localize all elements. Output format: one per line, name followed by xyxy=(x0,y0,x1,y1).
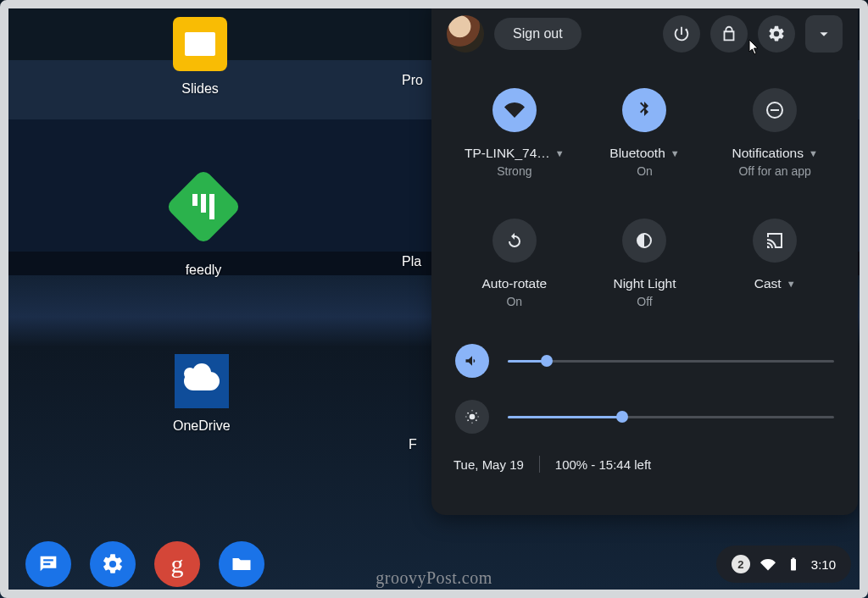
desktop-icon-label: Slides xyxy=(181,81,219,97)
folder-icon xyxy=(230,552,253,576)
notifications-sub: Off for an app xyxy=(738,164,810,178)
wifi-icon xyxy=(760,556,776,572)
tile-autorotate: Auto-rotate On xyxy=(453,219,576,308)
cast-title[interactable]: Cast▼ xyxy=(754,276,796,291)
sliders xyxy=(447,344,843,434)
sign-out-button[interactable]: Sign out xyxy=(494,18,581,50)
panel-footer: Tue, May 19 100% - 15:44 left xyxy=(447,456,843,473)
desktop-icon-onedrive[interactable]: OneDrive xyxy=(173,354,231,434)
desktop-icon-label: feedly xyxy=(186,263,222,278)
brightness-slider[interactable] xyxy=(508,416,834,418)
power-button[interactable] xyxy=(663,15,700,53)
tray-time: 3:10 xyxy=(811,557,836,572)
collapse-button[interactable] xyxy=(805,15,843,53)
tile-cast: Cast▼ xyxy=(714,219,836,308)
letter-g-icon: g xyxy=(171,550,184,579)
tile-wifi: TP-LINK_74…▼ Strong xyxy=(453,88,576,178)
desktop-icon-label-partial: F xyxy=(409,437,417,452)
lock-icon xyxy=(720,25,738,43)
bluetooth-sub: On xyxy=(637,164,653,178)
settings-button[interactable] xyxy=(758,15,795,53)
notification-badge: 2 xyxy=(732,555,750,573)
autorotate-sub: On xyxy=(506,295,522,308)
dnd-icon xyxy=(765,100,785,120)
brightness-row xyxy=(455,400,834,434)
feedly-icon xyxy=(165,169,242,246)
notifications-title[interactable]: Notifications▼ xyxy=(732,146,818,161)
shelf-app-files[interactable] xyxy=(219,541,264,587)
bluetooth-title[interactable]: Bluetooth▼ xyxy=(609,146,679,161)
quick-settings-panel: Sign out TP-LINK_74…▼ Strong xyxy=(431,0,858,515)
brightness-button[interactable] xyxy=(455,400,489,434)
brightness-icon xyxy=(464,408,481,425)
system-tray[interactable]: 2 3:10 xyxy=(716,545,851,583)
nightlight-title: Night Light xyxy=(613,276,676,291)
wifi-icon xyxy=(504,100,525,120)
shelf-app-g[interactable]: g xyxy=(154,541,200,587)
volume-button[interactable] xyxy=(455,344,489,378)
bluetooth-toggle[interactable] xyxy=(622,88,666,132)
shelf-app-messages[interactable] xyxy=(25,541,71,587)
watermark: groovyPost.com xyxy=(376,568,492,588)
volume-icon xyxy=(464,352,481,369)
shelf-app-settings[interactable] xyxy=(90,541,136,587)
power-icon xyxy=(672,25,691,43)
chevron-down-icon xyxy=(815,25,833,43)
footer-battery: 100% - 15:44 left xyxy=(555,457,651,472)
wifi-title[interactable]: TP-LINK_74…▼ xyxy=(465,146,565,161)
footer-date: Tue, May 19 xyxy=(453,457,524,472)
chat-icon xyxy=(36,552,60,576)
quick-tiles: TP-LINK_74…▼ Strong Bluetooth▼ On Notifi… xyxy=(447,88,843,308)
wifi-sub: Strong xyxy=(497,164,531,178)
desktop-icon-label-partial: Pro xyxy=(402,73,423,88)
gear-icon xyxy=(101,552,125,576)
divider xyxy=(539,456,540,473)
avatar[interactable] xyxy=(447,15,484,53)
cast-icon xyxy=(765,230,785,251)
autorotate-title: Auto-rotate xyxy=(481,276,547,291)
tile-notifications: Notifications▼ Off for an app xyxy=(714,88,836,178)
lock-button[interactable] xyxy=(710,15,748,53)
gear-icon xyxy=(767,25,786,43)
rotate-icon xyxy=(504,230,525,251)
notifications-toggle[interactable] xyxy=(753,88,797,132)
bluetooth-icon xyxy=(634,100,654,120)
cast-toggle[interactable] xyxy=(753,219,797,263)
autorotate-toggle[interactable] xyxy=(492,219,537,263)
tile-bluetooth: Bluetooth▼ On xyxy=(584,88,706,178)
onedrive-icon xyxy=(175,354,229,408)
desktop-icon-label: OneDrive xyxy=(173,418,231,434)
slides-icon xyxy=(173,17,227,71)
shelf-apps: g xyxy=(17,541,264,587)
panel-header: Sign out xyxy=(447,15,843,53)
volume-row xyxy=(455,344,834,378)
volume-slider[interactable] xyxy=(508,360,834,363)
desktop-icon-slides[interactable]: Slides xyxy=(173,17,227,97)
tile-nightlight: Night Light Off xyxy=(584,219,706,308)
nightlight-sub: Off xyxy=(637,295,652,308)
nightlight-icon xyxy=(634,230,654,251)
battery-icon xyxy=(786,556,801,572)
nightlight-toggle[interactable] xyxy=(622,219,666,263)
desktop-icon-feedly[interactable]: feedly xyxy=(176,180,231,278)
wifi-toggle[interactable] xyxy=(492,88,537,132)
desktop-icon-label-partial: Pla xyxy=(402,254,421,269)
